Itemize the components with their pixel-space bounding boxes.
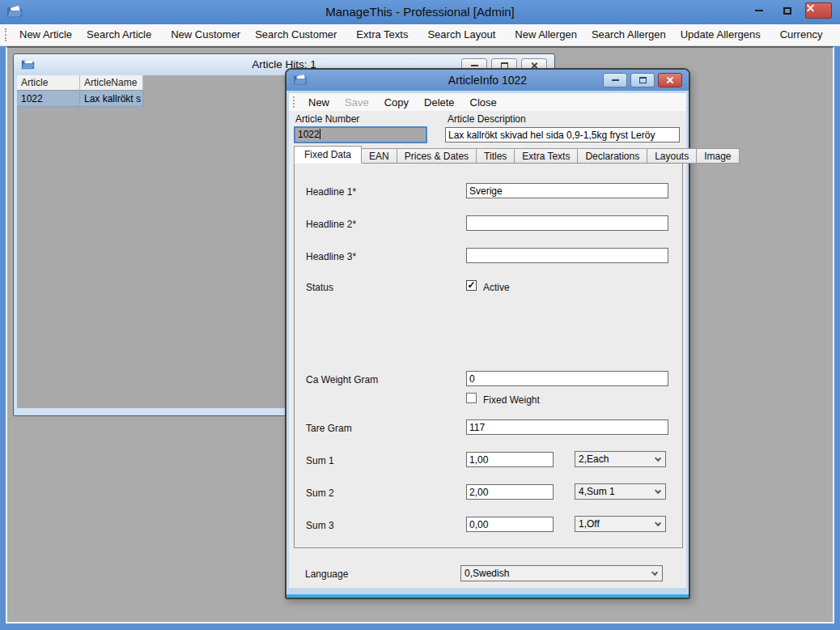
language-label: Language (305, 568, 348, 580)
headline1-field[interactable] (466, 183, 668, 198)
menu-new-customer[interactable]: New Customer (163, 24, 248, 45)
toolbar-delete-button[interactable]: Delete (418, 96, 461, 109)
article-description-label: Article Description (448, 113, 526, 125)
article-description-field[interactable] (445, 127, 680, 143)
article-number-label: Article Number (295, 113, 359, 125)
toolbar-close-button[interactable]: Close (464, 96, 503, 109)
menu-search-allergen[interactable]: Search Allergen (584, 24, 673, 45)
maximize-icon (639, 77, 647, 83)
menu-new-article[interactable]: New Article (12, 24, 79, 45)
maximize-button[interactable] (777, 2, 798, 19)
article-info-titlebar[interactable]: ArticleInfo 1022 (286, 70, 689, 91)
sum2-field[interactable] (466, 484, 554, 500)
article-info-minimize-button[interactable] (603, 73, 627, 87)
column-header-article[interactable]: Article (17, 75, 80, 91)
article-info-window: ArticleInfo 1022 New Save Copy Delete Cl… (285, 68, 690, 599)
tab-fixed-data[interactable]: Fixed Data (294, 146, 362, 164)
chevron-down-icon (655, 520, 661, 526)
article-info-close-button[interactable] (658, 73, 682, 87)
toolbar-grip[interactable] (293, 96, 295, 108)
headline1-label: Headline 1* (306, 186, 356, 198)
headline2-field[interactable] (466, 215, 668, 231)
fixed-weight-checkbox-label: Fixed Weight (483, 394, 540, 406)
table-row-cell-article[interactable]: 1022 (17, 91, 80, 107)
menu-currency[interactable]: Currency (773, 24, 830, 45)
headline2-label: Headline 2* (306, 219, 356, 230)
toolbar-grip[interactable] (5, 28, 6, 41)
article-info-bottom-frame (286, 588, 689, 598)
tare-gram-field[interactable] (466, 419, 668, 435)
headline3-label: Headline 3* (306, 251, 356, 262)
sum1-label: Sum 1 (306, 455, 334, 466)
menu-search-layout[interactable]: Search Layout (420, 24, 503, 45)
tab-ean[interactable]: EAN (361, 148, 397, 164)
tab-extra-texts[interactable]: Extra Texts (514, 148, 578, 164)
sum3-unit-select[interactable]: 1,Off (575, 516, 666, 532)
bottom-accent-bar (286, 594, 689, 598)
chevron-down-icon (655, 455, 661, 462)
chevron-down-icon (655, 487, 661, 494)
close-button[interactable] (805, 2, 832, 19)
menu-search-article[interactable]: Search Article (79, 24, 159, 45)
article-info-toolbar: New Save Copy Delete Close (289, 93, 686, 111)
tab-image[interactable]: Image (696, 148, 739, 164)
sum3-label: Sum 3 (306, 520, 334, 531)
article-info-form: Article Number Article Description 1022 … (289, 111, 686, 588)
main-titlebar: ManageThis - Professional [Admin] (0, 0, 840, 24)
sum2-label: Sum 2 (306, 487, 334, 499)
tab-titles[interactable]: Titles (476, 148, 515, 164)
menu-update-allergens[interactable]: Update Allergens (673, 24, 768, 45)
status-label: Status (306, 282, 333, 293)
sum3-field[interactable] (466, 517, 554, 532)
tab-layouts[interactable]: Layouts (647, 148, 697, 164)
main-menubar: New Article Search Article New Customer … (0, 24, 840, 46)
language-select[interactable]: 0,Swedish (460, 565, 663, 581)
minimize-icon (471, 65, 478, 66)
sum1-unit-select[interactable]: 2,Each (575, 451, 666, 467)
desktop-app: ManageThis - Professional [Admin] New Ar… (0, 0, 840, 630)
menu-extra-texts[interactable]: Extra Texts (349, 24, 415, 45)
tab-declarations[interactable]: Declarations (577, 148, 647, 164)
tab-prices-dates[interactable]: Prices & Dates (397, 148, 477, 164)
active-checkbox-label: Active (483, 282, 510, 293)
table-row-cell-articlename[interactable]: Lax kallrökt s (80, 91, 143, 107)
toolbar-copy-button[interactable]: Copy (378, 96, 415, 109)
menu-language[interactable]: Language (834, 24, 840, 45)
article-info-maximize-button[interactable] (630, 73, 655, 87)
tare-gram-label: Tare Gram (306, 423, 352, 434)
article-results-table: Article ArticleName 1022 Lax kallrökt s (17, 75, 143, 107)
close-icon (666, 76, 674, 84)
ca-weight-gram-field[interactable] (466, 371, 668, 386)
headline3-field[interactable] (466, 248, 668, 263)
column-header-articlename[interactable]: ArticleName (80, 75, 143, 91)
ca-weight-gram-label: Ca Weight Gram (306, 374, 378, 385)
fixed-data-tab-panel: Headline 1* Headline 2* Headline 3* Stat… (294, 163, 683, 548)
fixed-weight-checkbox[interactable] (466, 393, 477, 403)
menu-search-customer[interactable]: Search Customer (248, 24, 344, 45)
article-info-tabstrip: Fixed Data EAN Prices & Dates Titles Ext… (294, 147, 740, 164)
minimize-icon (612, 79, 619, 81)
minimize-button[interactable] (749, 2, 770, 19)
toolbar-new-button[interactable]: New (302, 96, 336, 109)
text-caret (320, 129, 320, 139)
sum1-field[interactable] (466, 452, 554, 467)
minimize-icon (755, 10, 763, 11)
maximize-icon (783, 7, 791, 15)
active-checkbox[interactable]: ✓ (466, 280, 477, 291)
toolbar-save-button: Save (338, 96, 375, 109)
chevron-down-icon (651, 569, 658, 576)
main-window-title: ManageThis - Professional [Admin] (0, 0, 840, 24)
menu-new-allergen[interactable]: New Allergen (507, 24, 584, 45)
article-number-field[interactable]: 1022 (294, 126, 427, 143)
sum2-unit-select[interactable]: 4,Sum 1 (575, 483, 666, 500)
